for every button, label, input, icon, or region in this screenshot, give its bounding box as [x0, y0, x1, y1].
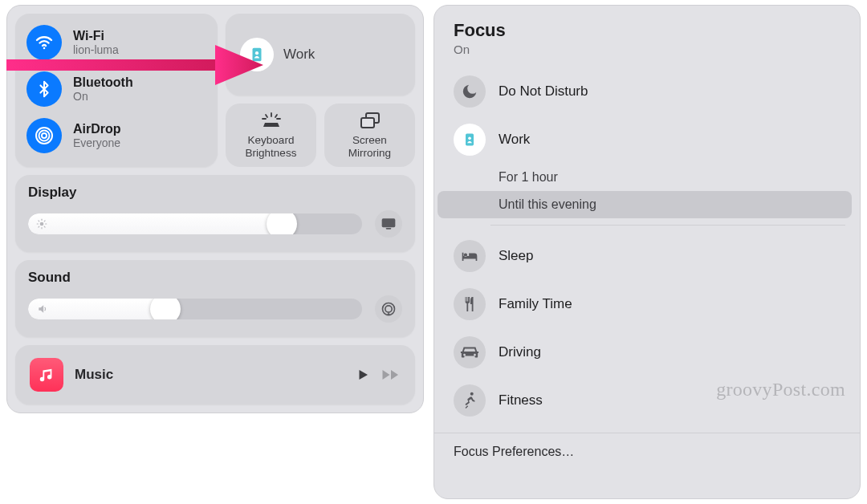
focus-dnd-label: Do Not Disturb [499, 83, 588, 100]
svg-line-18 [39, 221, 39, 222]
focus-item-work[interactable]: Work [434, 116, 860, 164]
fast-forward-icon[interactable] [381, 368, 401, 382]
work-icon [454, 124, 486, 156]
svg-line-7 [266, 115, 267, 117]
airdrop-toggle[interactable]: AirDrop Everyone [26, 118, 206, 153]
screen-mirroring-icon [358, 112, 382, 129]
control-center-panel: Wi-Fi lion-luma Bluetooth On [6, 5, 424, 413]
svg-line-21 [44, 221, 45, 222]
screen-mirroring-tile[interactable]: Screen Mirroring [324, 104, 415, 167]
running-icon [454, 384, 486, 417]
watermark: groovyPost.com [716, 379, 845, 400]
focus-preferences-link[interactable]: Focus Preferences… [434, 433, 860, 459]
display-card: Display [15, 175, 415, 252]
svg-point-13 [40, 222, 44, 226]
focus-fitness-label: Fitness [499, 392, 543, 408]
keyboard-brightness-icon [259, 112, 283, 129]
svg-line-20 [39, 226, 39, 227]
divider [490, 225, 845, 226]
focus-family-label: Family Time [499, 296, 572, 312]
svg-rect-22 [382, 218, 396, 227]
display-slider[interactable] [28, 213, 362, 234]
work-badge-icon [240, 38, 274, 71]
display-title: Display [28, 185, 402, 201]
focus-header-title: Focus [454, 20, 841, 41]
keyboard-brightness-label: Keyboard Brightness [246, 134, 297, 159]
moon-icon [454, 75, 486, 108]
svg-point-2 [39, 131, 50, 141]
focus-sleep-label: Sleep [499, 248, 533, 264]
music-label: Music [75, 367, 344, 383]
focus-item-dnd[interactable]: Do Not Disturb [434, 67, 860, 116]
keyboard-brightness-tile[interactable]: Keyboard Brightness [226, 104, 316, 167]
volume-low-icon [36, 303, 49, 315]
svg-point-0 [43, 47, 46, 50]
display-settings-icon[interactable] [375, 210, 402, 238]
focus-header-status: On [454, 43, 841, 56]
bluetooth-icon [26, 71, 62, 107]
focus-tile-label: Work [283, 47, 315, 63]
music-card[interactable]: Music [15, 345, 415, 404]
svg-point-5 [255, 51, 258, 55]
svg-line-19 [44, 226, 45, 227]
sound-card: Sound [15, 260, 415, 337]
svg-rect-23 [386, 228, 392, 230]
screen-mirroring-label: Screen Mirroring [348, 134, 391, 159]
focus-item-family[interactable]: Family Time [434, 280, 860, 328]
wifi-title: Wi-Fi [73, 29, 119, 43]
airplay-audio-icon[interactable] [375, 295, 402, 323]
bluetooth-toggle[interactable]: Bluetooth On [26, 71, 206, 107]
airdrop-title: AirDrop [73, 122, 121, 136]
music-app-icon [30, 358, 63, 392]
sound-slider[interactable] [28, 299, 362, 319]
focus-item-sleep[interactable]: Sleep [434, 232, 860, 280]
play-icon[interactable] [356, 368, 370, 382]
wifi-sub: lion-luma [73, 43, 119, 56]
wifi-icon [26, 25, 62, 60]
bed-icon [454, 240, 486, 272]
sound-title: Sound [28, 270, 402, 286]
focus-work-label: Work [499, 132, 530, 148]
focus-driving-label: Driving [499, 344, 541, 360]
svg-point-25 [385, 306, 392, 312]
airdrop-icon [26, 118, 62, 153]
connectivity-card: Wi-Fi lion-luma Bluetooth On [15, 14, 218, 167]
focus-panel: Focus On Do Not Disturb Work For 1 hour … [434, 5, 861, 499]
svg-point-29 [470, 392, 474, 396]
work-option-evening[interactable]: Until this evening [438, 191, 852, 218]
car-icon [454, 336, 486, 368]
focus-item-driving[interactable]: Driving [434, 328, 860, 376]
utensils-icon [454, 288, 486, 320]
bluetooth-title: Bluetooth [73, 75, 133, 90]
svg-point-1 [42, 133, 47, 138]
bluetooth-sub: On [73, 90, 133, 103]
svg-point-28 [468, 137, 471, 140]
wifi-toggle[interactable]: Wi-Fi lion-luma [26, 25, 206, 60]
svg-rect-12 [361, 118, 374, 128]
brightness-low-icon [36, 218, 47, 230]
svg-line-8 [275, 115, 277, 117]
focus-work-tile[interactable]: Work [226, 14, 415, 96]
airdrop-sub: Everyone [73, 136, 121, 149]
work-option-1hour[interactable]: For 1 hour [434, 164, 860, 191]
